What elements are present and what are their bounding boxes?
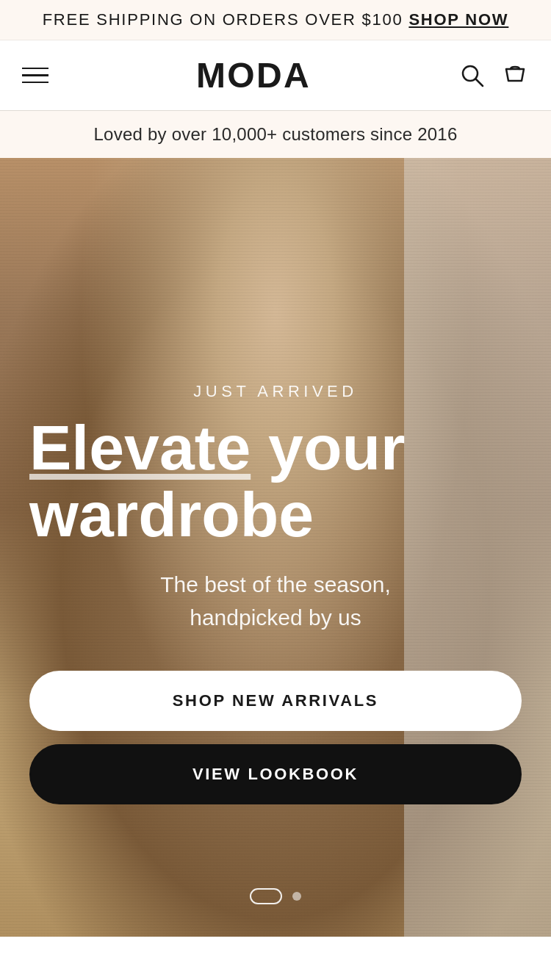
shop-new-arrivals-button[interactable]: SHOP NEW ARRIVALS	[29, 671, 522, 731]
hero-subtitle: The best of the season, handpicked by us	[29, 568, 522, 634]
announcement-bar: FREE SHIPPING ON ORDERS OVER $100 SHOP N…	[0, 0, 551, 40]
slide-indicator-2[interactable]	[292, 892, 301, 901]
hero-eyebrow: JUST ARRIVED	[29, 382, 522, 401]
svg-line-1	[476, 79, 483, 86]
hero-title: Elevate your wardrobe	[29, 414, 522, 547]
hero-title-line2: wardrobe	[29, 479, 314, 550]
header-right	[458, 62, 529, 90]
cart-icon[interactable]	[501, 62, 529, 90]
header: MODA	[0, 40, 551, 111]
brand-logo[interactable]: MODA	[48, 55, 458, 96]
tagline-bar: Loved by over 10,000+ customers since 20…	[0, 111, 551, 158]
search-icon[interactable]	[458, 62, 486, 90]
header-left	[22, 68, 48, 84]
hero-content: JUST ARRIVED Elevate your wardrobe The b…	[0, 382, 551, 804]
hero-buttons: SHOP NEW ARRIVALS VIEW LOOKBOOK	[29, 671, 522, 804]
view-lookbook-button[interactable]: VIEW LOOKBOOK	[29, 744, 522, 804]
slide-indicator-1[interactable]	[250, 888, 282, 904]
slide-indicators	[250, 888, 301, 904]
hero-subtitle-line1: The best of the season,	[160, 572, 391, 597]
tagline-text: Loved by over 10,000+ customers since 20…	[93, 124, 457, 144]
hero-title-word2: your	[251, 412, 405, 483]
hero-subtitle-line2: handpicked by us	[190, 605, 361, 630]
hero-title-word1: Elevate	[29, 412, 251, 483]
announcement-text: FREE SHIPPING ON ORDERS OVER $100	[43, 10, 409, 29]
shop-now-link[interactable]: SHOP NOW	[408, 10, 508, 29]
hamburger-menu-icon[interactable]	[22, 68, 48, 84]
hero-section: JUST ARRIVED Elevate your wardrobe The b…	[0, 158, 551, 937]
